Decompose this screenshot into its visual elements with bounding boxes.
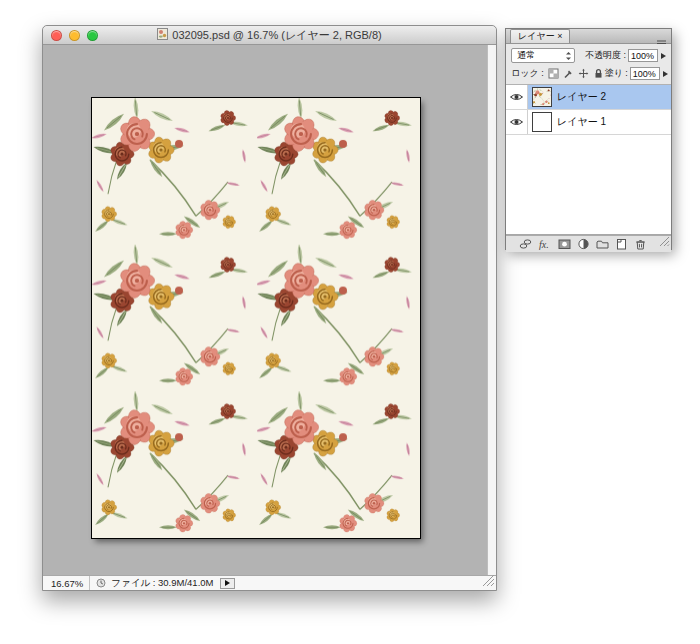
- panel-menu-icon[interactable]: [656, 33, 667, 51]
- zoom-level-field[interactable]: 16.67%: [43, 576, 90, 590]
- layer-mask-icon[interactable]: [558, 238, 571, 250]
- visibility-toggle[interactable]: [506, 85, 528, 109]
- zoom-window-button[interactable]: [87, 30, 98, 41]
- opacity-value-field[interactable]: 100%: [628, 49, 658, 62]
- lock-label: ロック :: [511, 67, 544, 80]
- layer-thumbnail[interactable]: [532, 112, 552, 132]
- eye-icon: [510, 92, 523, 102]
- eye-icon: [510, 117, 523, 127]
- layer-name[interactable]: レイヤー 1: [557, 115, 606, 129]
- layer-row-2[interactable]: レイヤー 2: [506, 85, 671, 110]
- layer-name[interactable]: レイヤー 2: [557, 90, 606, 104]
- blend-mode-select[interactable]: 通常: [511, 48, 575, 63]
- layer-list: レイヤー 2 レイヤー 1: [506, 85, 671, 235]
- canvas[interactable]: [92, 98, 420, 538]
- document-area: [43, 45, 496, 575]
- adjustment-layer-icon[interactable]: [577, 238, 590, 250]
- version-cue-icon: [96, 578, 106, 588]
- blend-mode-value: 通常: [517, 49, 535, 62]
- opacity-label: 不透明度 :: [585, 49, 626, 62]
- svg-text:fx.: fx.: [539, 239, 549, 250]
- document-icon: [157, 28, 168, 42]
- layer-style-icon[interactable]: fx.: [538, 238, 552, 250]
- window-titlebar[interactable]: 032095.psd @ 16.7% (レイヤー 2, RGB/8): [43, 26, 496, 45]
- layer-row-1[interactable]: レイヤー 1: [506, 110, 671, 135]
- lock-image-pixels-icon[interactable]: [562, 68, 575, 80]
- visibility-toggle[interactable]: [506, 110, 528, 134]
- minimize-button[interactable]: [69, 30, 80, 41]
- traffic-lights: [51, 30, 98, 41]
- close-button[interactable]: [51, 30, 62, 41]
- new-group-icon[interactable]: [596, 238, 609, 250]
- panel-resize-grip[interactable]: [659, 233, 670, 251]
- vertical-scrollbar[interactable]: [487, 45, 496, 575]
- layers-panel-footer: fx.: [506, 235, 671, 252]
- window-title: 032095.psd @ 16.7% (レイヤー 2, RGB/8): [157, 28, 381, 43]
- delete-layer-icon[interactable]: [634, 238, 647, 250]
- file-size-info: ファイル : 30.9M/41.0M: [111, 577, 213, 590]
- layers-panel: レイヤー × 通常 不透明度 : 100% ロック :: [505, 28, 672, 250]
- layer-thumbnail[interactable]: [532, 87, 552, 107]
- lock-transparent-pixels-icon[interactable]: [547, 68, 560, 80]
- select-arrows-icon: [565, 51, 572, 61]
- status-bar: 16.67% ファイル : 30.9M/41.0M: [43, 575, 496, 590]
- new-layer-icon[interactable]: [615, 238, 628, 250]
- window-title-text: 032095.psd @ 16.7% (レイヤー 2, RGB/8): [172, 28, 381, 43]
- fill-label: 塗り :: [605, 67, 628, 80]
- lock-position-icon[interactable]: [577, 68, 590, 80]
- document-window: 032095.psd @ 16.7% (レイヤー 2, RGB/8) 16.67…: [42, 25, 497, 591]
- layers-panel-controls: 通常 不透明度 : 100% ロック :: [506, 44, 671, 85]
- layers-tab[interactable]: レイヤー ×: [510, 29, 570, 43]
- fill-popup-arrow-icon[interactable]: [663, 71, 668, 77]
- fill-value-field[interactable]: 100%: [630, 67, 660, 80]
- lock-buttons: [547, 68, 605, 80]
- link-layers-icon[interactable]: [519, 238, 532, 250]
- window-resize-grip[interactable]: [482, 574, 495, 589]
- layers-panel-header[interactable]: レイヤー ×: [506, 29, 671, 44]
- status-menu-button[interactable]: [220, 578, 235, 589]
- lock-all-icon[interactable]: [592, 68, 605, 80]
- opacity-popup-arrow-icon[interactable]: [661, 53, 666, 59]
